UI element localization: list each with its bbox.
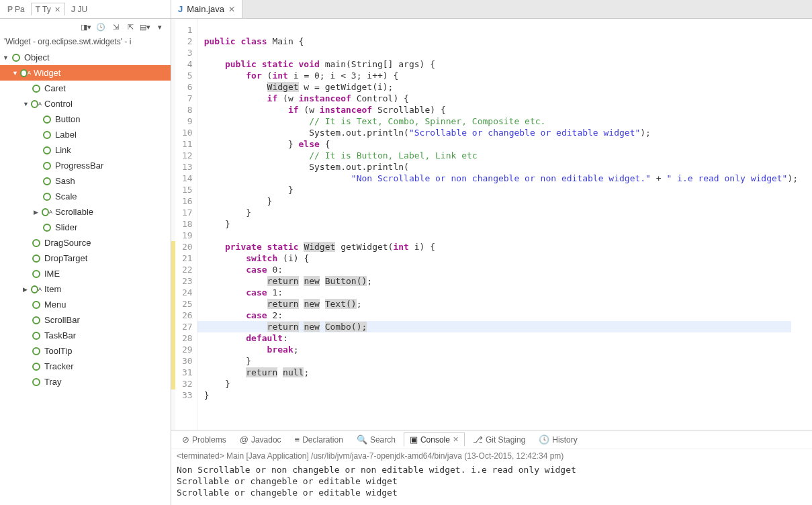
bottom-tab-declaration[interactable]: ≡Declaration: [289, 433, 349, 446]
code-line[interactable]: }: [204, 195, 798, 207]
bottom-tab-history[interactable]: 🕓History: [533, 433, 582, 446]
bottom-tab-git-staging[interactable]: ⎇Git Staging: [467, 433, 531, 446]
tree-node-slider[interactable]: Slider: [0, 220, 171, 235]
tab-icon: J: [71, 5, 76, 14]
editor-tab-main[interactable]: J Main.java ✕: [171, 0, 242, 18]
code-line[interactable]: if (w instanceof Control) {: [204, 93, 798, 104]
history-icon: 🕓: [539, 434, 549, 445]
tree-node-label[interactable]: Label: [0, 127, 171, 142]
code-line[interactable]: [204, 47, 798, 58]
tree-node-label: ScrollBar: [44, 315, 80, 325]
tree-node-dragsource[interactable]: DragSource: [0, 235, 171, 250]
tree-node-tray[interactable]: Tray: [0, 374, 171, 389]
code-line[interactable]: }: [204, 207, 798, 218]
close-icon[interactable]: ✕: [228, 5, 235, 14]
editor-tab-label: Main.java: [187, 4, 224, 14]
code-line[interactable]: // It is Button, Label, Link etc: [204, 150, 798, 161]
code-line[interactable]: private static Widget getWidget(int i) {: [204, 241, 798, 252]
tree-node-control[interactable]: ▼AControl: [0, 96, 171, 111]
tree-node-progressbar[interactable]: ProgressBar: [0, 158, 171, 173]
code-line[interactable]: [204, 230, 798, 241]
tree-node-taskbar[interactable]: TaskBar: [0, 328, 171, 343]
view-menu-icon[interactable]: ▤▾: [140, 21, 150, 32]
code-line[interactable]: return new Text();: [204, 298, 798, 310]
class-icon: [31, 253, 42, 264]
class-icon: [31, 238, 42, 248]
hierarchy-type-icon[interactable]: ◨▾: [81, 21, 91, 32]
code-line[interactable]: [204, 24, 798, 36]
code-line[interactable]: return new Button();: [204, 275, 798, 287]
sidebar-tab-pa[interactable]: PPa: [3, 3, 30, 15]
tree-node-scrollable[interactable]: ▶AScrollable: [0, 204, 171, 220]
sidebar-tab-ty[interactable]: TTy✕: [31, 3, 65, 15]
tree-node-ime[interactable]: IME: [0, 266, 171, 281]
tree-node-tooltip[interactable]: ToolTip: [0, 343, 171, 359]
code-line[interactable]: return new Combo();: [197, 321, 791, 332]
tree-node-item[interactable]: ▶AItem: [0, 281, 171, 297]
code-line[interactable]: return null;: [204, 367, 798, 378]
code-line[interactable]: case 2:: [204, 310, 798, 321]
code-line[interactable]: Widget w = getWidget(i);: [204, 81, 798, 93]
code-area[interactable]: public class Main { public static void m…: [197, 19, 798, 430]
tree-node-caret[interactable]: Caret: [0, 81, 171, 96]
code-line[interactable]: }: [204, 355, 798, 367]
tree-node-object[interactable]: ▼Object: [0, 50, 171, 65]
bottom-tab-search[interactable]: 🔍Search: [351, 433, 401, 446]
code-line[interactable]: case 0:: [204, 264, 798, 275]
tree-node-link[interactable]: Link: [0, 142, 171, 158]
tree-node-droptarget[interactable]: DropTarget: [0, 250, 171, 266]
code-line[interactable]: // It is Text, Combo, Spinner, Composite…: [204, 116, 798, 127]
tree-expand-icon[interactable]: ⇱: [125, 21, 136, 32]
tree-node-label: ProgressBar: [55, 160, 103, 171]
code-line[interactable]: } else {: [204, 138, 798, 150]
code-line[interactable]: System.out.println(: [204, 161, 798, 173]
console-line: Non Scrollable or non changeble or non e…: [177, 464, 807, 475]
code-line[interactable]: }: [204, 184, 798, 195]
tree-node-menu[interactable]: Menu: [0, 297, 171, 312]
tree-collapse-icon[interactable]: ⇲: [110, 21, 121, 32]
bottom-tab-javadoc[interactable]: @Javadoc: [234, 433, 287, 446]
close-icon[interactable]: ✕: [453, 435, 459, 444]
minimize-icon[interactable]: ▾: [154, 21, 165, 32]
tree-node-label: Control: [44, 99, 73, 109]
expand-arrow-icon[interactable]: ▶: [23, 286, 31, 293]
tab-label: Search: [370, 435, 396, 445]
tree-node-scrollbar[interactable]: ScrollBar: [0, 312, 171, 328]
code-line[interactable]: case 1:: [204, 287, 798, 298]
code-line[interactable]: }: [204, 389, 798, 401]
tree-node-widget[interactable]: ▼AWidget: [0, 65, 171, 81]
tree-node-button[interactable]: Button: [0, 111, 171, 127]
code-line[interactable]: for (int i = 0; i < 3; i++) {: [204, 70, 798, 81]
tree-node-label: DropTarget: [44, 253, 87, 263]
code-line[interactable]: System.out.println("Scrollable or change…: [204, 127, 798, 138]
code-line[interactable]: switch (i) {: [204, 252, 798, 264]
tree-node-label: Object: [24, 52, 50, 62]
close-icon[interactable]: ✕: [54, 5, 60, 14]
code-line[interactable]: public class Main {: [204, 36, 798, 47]
tree-node-scale[interactable]: Scale: [0, 189, 171, 204]
sidebar-tab-ju[interactable]: JJU: [66, 3, 92, 15]
expand-arrow-icon[interactable]: ▼: [12, 70, 20, 77]
expand-arrow-icon[interactable]: ▼: [3, 54, 11, 61]
tree-node-label: ToolTip: [44, 346, 72, 356]
code-editor[interactable]: 1234567891011121314151617181920212223242…: [171, 19, 812, 430]
bottom-tab-console[interactable]: ▣Console ✕: [404, 432, 465, 447]
type-hierarchy-tree[interactable]: ▼Object▼AWidgetCaret▼AControlButtonLabel…: [0, 48, 171, 505]
code-line[interactable]: public static void main(String[] args) {: [204, 58, 798, 70]
class-icon: A: [31, 99, 42, 109]
history-icon[interactable]: 🕓: [95, 21, 106, 32]
code-line[interactable]: if (w instanceof Scrollable) {: [204, 104, 798, 116]
tab-label: Pa: [15, 5, 25, 14]
expand-arrow-icon[interactable]: ▼: [23, 101, 31, 107]
javadoc-icon: @: [240, 434, 249, 445]
tree-node-sash[interactable]: Sash: [0, 173, 171, 189]
tree-node-tracker[interactable]: Tracker: [0, 359, 171, 374]
code-line[interactable]: }: [204, 378, 798, 389]
code-line[interactable]: default:: [204, 332, 798, 344]
code-line[interactable]: }: [204, 218, 798, 230]
code-line[interactable]: break;: [204, 344, 798, 355]
console-output[interactable]: Non Scrollable or non changeble or non e…: [171, 463, 812, 505]
expand-arrow-icon[interactable]: ▶: [34, 209, 42, 216]
code-line[interactable]: "Non Scrollable or non changeble or non …: [204, 173, 798, 184]
bottom-tab-problems[interactable]: ⊘Problems: [177, 433, 232, 446]
